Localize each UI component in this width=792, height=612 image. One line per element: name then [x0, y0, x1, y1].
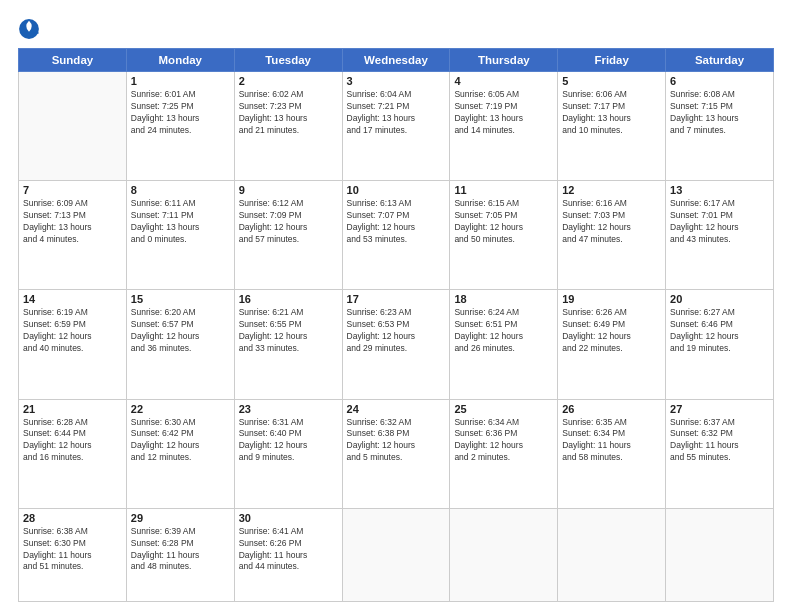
- calendar-cell: 7Sunrise: 6:09 AM Sunset: 7:13 PM Daylig…: [19, 181, 127, 290]
- day-detail: Sunrise: 6:37 AM Sunset: 6:32 PM Dayligh…: [670, 417, 769, 465]
- day-number: 16: [239, 293, 338, 305]
- day-number: 1: [131, 75, 230, 87]
- calendar-cell: 14Sunrise: 6:19 AM Sunset: 6:59 PM Dayli…: [19, 290, 127, 399]
- day-detail: Sunrise: 6:32 AM Sunset: 6:38 PM Dayligh…: [347, 417, 446, 465]
- calendar-cell: 28Sunrise: 6:38 AM Sunset: 6:30 PM Dayli…: [19, 508, 127, 601]
- day-detail: Sunrise: 6:21 AM Sunset: 6:55 PM Dayligh…: [239, 307, 338, 355]
- calendar-cell: [450, 508, 558, 601]
- day-number: 25: [454, 403, 553, 415]
- day-number: 7: [23, 184, 122, 196]
- day-detail: Sunrise: 6:01 AM Sunset: 7:25 PM Dayligh…: [131, 89, 230, 137]
- day-number: 23: [239, 403, 338, 415]
- day-number: 2: [239, 75, 338, 87]
- calendar-cell: 4Sunrise: 6:05 AM Sunset: 7:19 PM Daylig…: [450, 72, 558, 181]
- day-number: 3: [347, 75, 446, 87]
- calendar-week-row: 21Sunrise: 6:28 AM Sunset: 6:44 PM Dayli…: [19, 399, 774, 508]
- calendar-cell: 19Sunrise: 6:26 AM Sunset: 6:49 PM Dayli…: [558, 290, 666, 399]
- day-number: 21: [23, 403, 122, 415]
- day-detail: Sunrise: 6:06 AM Sunset: 7:17 PM Dayligh…: [562, 89, 661, 137]
- calendar-cell: 3Sunrise: 6:04 AM Sunset: 7:21 PM Daylig…: [342, 72, 450, 181]
- day-detail: Sunrise: 6:34 AM Sunset: 6:36 PM Dayligh…: [454, 417, 553, 465]
- page: SundayMondayTuesdayWednesdayThursdayFrid…: [0, 0, 792, 612]
- calendar-cell: 2Sunrise: 6:02 AM Sunset: 7:23 PM Daylig…: [234, 72, 342, 181]
- header: [18, 18, 774, 40]
- day-detail: Sunrise: 6:41 AM Sunset: 6:26 PM Dayligh…: [239, 526, 338, 574]
- day-detail: Sunrise: 6:24 AM Sunset: 6:51 PM Dayligh…: [454, 307, 553, 355]
- calendar-week-row: 1Sunrise: 6:01 AM Sunset: 7:25 PM Daylig…: [19, 72, 774, 181]
- day-number: 6: [670, 75, 769, 87]
- calendar-cell: 25Sunrise: 6:34 AM Sunset: 6:36 PM Dayli…: [450, 399, 558, 508]
- day-number: 30: [239, 512, 338, 524]
- weekday-header: Saturday: [666, 49, 774, 72]
- calendar-cell: 5Sunrise: 6:06 AM Sunset: 7:17 PM Daylig…: [558, 72, 666, 181]
- logo: [18, 18, 44, 40]
- calendar-cell: 17Sunrise: 6:23 AM Sunset: 6:53 PM Dayli…: [342, 290, 450, 399]
- logo-icon: [18, 18, 40, 40]
- day-number: 22: [131, 403, 230, 415]
- day-number: 18: [454, 293, 553, 305]
- day-detail: Sunrise: 6:20 AM Sunset: 6:57 PM Dayligh…: [131, 307, 230, 355]
- day-number: 11: [454, 184, 553, 196]
- day-detail: Sunrise: 6:35 AM Sunset: 6:34 PM Dayligh…: [562, 417, 661, 465]
- day-detail: Sunrise: 6:04 AM Sunset: 7:21 PM Dayligh…: [347, 89, 446, 137]
- day-number: 15: [131, 293, 230, 305]
- day-detail: Sunrise: 6:26 AM Sunset: 6:49 PM Dayligh…: [562, 307, 661, 355]
- day-number: 4: [454, 75, 553, 87]
- calendar-cell: 20Sunrise: 6:27 AM Sunset: 6:46 PM Dayli…: [666, 290, 774, 399]
- day-detail: Sunrise: 6:09 AM Sunset: 7:13 PM Dayligh…: [23, 198, 122, 246]
- calendar-week-row: 28Sunrise: 6:38 AM Sunset: 6:30 PM Dayli…: [19, 508, 774, 601]
- calendar-cell: 29Sunrise: 6:39 AM Sunset: 6:28 PM Dayli…: [126, 508, 234, 601]
- weekday-header: Sunday: [19, 49, 127, 72]
- day-detail: Sunrise: 6:19 AM Sunset: 6:59 PM Dayligh…: [23, 307, 122, 355]
- day-detail: Sunrise: 6:08 AM Sunset: 7:15 PM Dayligh…: [670, 89, 769, 137]
- day-number: 24: [347, 403, 446, 415]
- calendar-week-row: 7Sunrise: 6:09 AM Sunset: 7:13 PM Daylig…: [19, 181, 774, 290]
- day-number: 17: [347, 293, 446, 305]
- day-number: 28: [23, 512, 122, 524]
- day-detail: Sunrise: 6:13 AM Sunset: 7:07 PM Dayligh…: [347, 198, 446, 246]
- day-number: 14: [23, 293, 122, 305]
- calendar-cell: [558, 508, 666, 601]
- day-detail: Sunrise: 6:02 AM Sunset: 7:23 PM Dayligh…: [239, 89, 338, 137]
- calendar-cell: 11Sunrise: 6:15 AM Sunset: 7:05 PM Dayli…: [450, 181, 558, 290]
- calendar-cell: 15Sunrise: 6:20 AM Sunset: 6:57 PM Dayli…: [126, 290, 234, 399]
- day-detail: Sunrise: 6:17 AM Sunset: 7:01 PM Dayligh…: [670, 198, 769, 246]
- calendar-cell: 23Sunrise: 6:31 AM Sunset: 6:40 PM Dayli…: [234, 399, 342, 508]
- day-number: 10: [347, 184, 446, 196]
- day-detail: Sunrise: 6:15 AM Sunset: 7:05 PM Dayligh…: [454, 198, 553, 246]
- header-row: SundayMondayTuesdayWednesdayThursdayFrid…: [19, 49, 774, 72]
- day-detail: Sunrise: 6:12 AM Sunset: 7:09 PM Dayligh…: [239, 198, 338, 246]
- day-number: 13: [670, 184, 769, 196]
- day-number: 8: [131, 184, 230, 196]
- day-number: 20: [670, 293, 769, 305]
- calendar-cell: 30Sunrise: 6:41 AM Sunset: 6:26 PM Dayli…: [234, 508, 342, 601]
- day-detail: Sunrise: 6:30 AM Sunset: 6:42 PM Dayligh…: [131, 417, 230, 465]
- day-number: 5: [562, 75, 661, 87]
- day-number: 26: [562, 403, 661, 415]
- day-number: 9: [239, 184, 338, 196]
- day-detail: Sunrise: 6:28 AM Sunset: 6:44 PM Dayligh…: [23, 417, 122, 465]
- day-number: 27: [670, 403, 769, 415]
- calendar-cell: 27Sunrise: 6:37 AM Sunset: 6:32 PM Dayli…: [666, 399, 774, 508]
- calendar-table: SundayMondayTuesdayWednesdayThursdayFrid…: [18, 48, 774, 602]
- calendar-cell: [342, 508, 450, 601]
- day-number: 29: [131, 512, 230, 524]
- calendar-cell: 1Sunrise: 6:01 AM Sunset: 7:25 PM Daylig…: [126, 72, 234, 181]
- calendar-cell: [19, 72, 127, 181]
- weekday-header: Wednesday: [342, 49, 450, 72]
- calendar-cell: 8Sunrise: 6:11 AM Sunset: 7:11 PM Daylig…: [126, 181, 234, 290]
- calendar-week-row: 14Sunrise: 6:19 AM Sunset: 6:59 PM Dayli…: [19, 290, 774, 399]
- weekday-header: Thursday: [450, 49, 558, 72]
- weekday-header: Tuesday: [234, 49, 342, 72]
- day-detail: Sunrise: 6:05 AM Sunset: 7:19 PM Dayligh…: [454, 89, 553, 137]
- calendar-cell: [666, 508, 774, 601]
- calendar-cell: 10Sunrise: 6:13 AM Sunset: 7:07 PM Dayli…: [342, 181, 450, 290]
- day-detail: Sunrise: 6:39 AM Sunset: 6:28 PM Dayligh…: [131, 526, 230, 574]
- calendar-cell: 18Sunrise: 6:24 AM Sunset: 6:51 PM Dayli…: [450, 290, 558, 399]
- calendar-cell: 12Sunrise: 6:16 AM Sunset: 7:03 PM Dayli…: [558, 181, 666, 290]
- day-detail: Sunrise: 6:31 AM Sunset: 6:40 PM Dayligh…: [239, 417, 338, 465]
- calendar-cell: 16Sunrise: 6:21 AM Sunset: 6:55 PM Dayli…: [234, 290, 342, 399]
- day-detail: Sunrise: 6:16 AM Sunset: 7:03 PM Dayligh…: [562, 198, 661, 246]
- calendar-cell: 13Sunrise: 6:17 AM Sunset: 7:01 PM Dayli…: [666, 181, 774, 290]
- weekday-header: Monday: [126, 49, 234, 72]
